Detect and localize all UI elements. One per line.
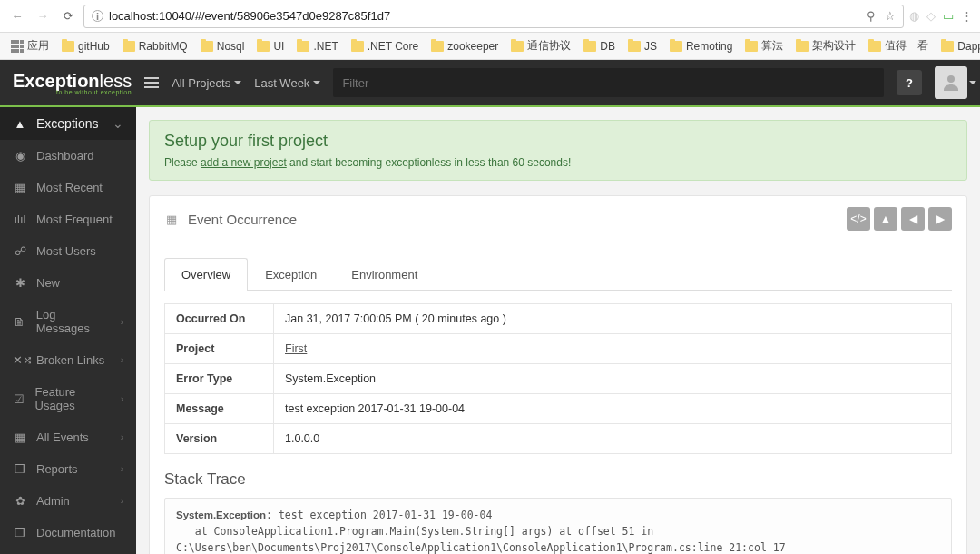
user-avatar[interactable]: [935, 66, 967, 99]
filter-input[interactable]: [333, 68, 884, 97]
table-row: ProjectFirst: [165, 334, 952, 364]
extensions: ◍ ◇ ▭ ⋮: [909, 9, 973, 23]
detail-value: System.Exception: [274, 364, 952, 394]
dashboard-icon: ◉: [13, 149, 27, 163]
folder-icon: [745, 41, 758, 52]
sidebar-item[interactable]: ☑Feature Usages›: [0, 376, 136, 421]
detail-key: Project: [165, 334, 274, 364]
detail-value: 1.0.0.0: [274, 424, 952, 454]
bookmark-item[interactable]: 值得一看: [865, 36, 932, 55]
folder-icon: [122, 41, 135, 52]
tab-overview[interactable]: Overview: [164, 258, 248, 291]
bookmark-item[interactable]: gitHub: [58, 38, 113, 54]
browser-toolbar: ← → ⟳ i localhost:10040/#/event/58906e35…: [0, 0, 980, 33]
calendar-icon: ▦: [13, 181, 27, 194]
bookmark-item[interactable]: JS: [624, 38, 661, 54]
sidebar-item[interactable]: ❒Documentation: [0, 517, 136, 549]
ext-icon-1[interactable]: ◍: [909, 9, 919, 23]
apps-button[interactable]: 应用: [7, 36, 53, 55]
menu-icon[interactable]: ⋮: [961, 9, 973, 23]
add-project-link[interactable]: add a new project: [201, 156, 287, 169]
app-topnav: Exceptionless to be without exception Al…: [0, 60, 980, 107]
panel-title: Event Occurrence: [188, 212, 297, 227]
sidebar-item[interactable]: ☍Most Users: [0, 235, 136, 267]
setup-banner: Setup your first project Please add a ne…: [149, 120, 967, 181]
ext-icon-3[interactable]: ▭: [943, 9, 954, 23]
bookmark-item[interactable]: Nosql: [197, 38, 249, 54]
sidebar-item[interactable]: ✕⤭Broken Links›: [0, 344, 136, 376]
bookmark-item[interactable]: RabbitMQ: [119, 38, 191, 54]
detail-key: Occurred On: [165, 304, 274, 334]
doc-icon: 🗎: [13, 315, 27, 329]
sidebar-heading-exceptions[interactable]: ▲ Exceptions ⌄: [0, 107, 136, 140]
content-area: Setup your first project Please add a ne…: [136, 107, 980, 554]
sidebar-item[interactable]: ılılMost Frequent: [0, 203, 136, 235]
brand-logo[interactable]: Exceptionless to be without exception: [13, 71, 132, 95]
tab-exception[interactable]: Exception: [248, 258, 334, 291]
prev-arrow-button[interactable]: ◀: [901, 207, 925, 231]
sidebar-item[interactable]: ▦All Events›: [0, 421, 136, 453]
folder-icon: [583, 41, 596, 52]
details-table: Occurred OnJan 31, 2017 7:00:05 PM ( 20 …: [164, 303, 952, 454]
folder-icon: [257, 41, 270, 52]
sidebar-item-label: All Events: [36, 430, 89, 444]
calendar-icon: ▦: [13, 430, 27, 444]
bookmark-item[interactable]: DB: [580, 38, 619, 54]
bookmark-item[interactable]: 通信协议: [507, 36, 574, 55]
bookmark-item[interactable]: 架构设计: [792, 36, 859, 55]
bookmark-star-icon[interactable]: ☆: [885, 9, 896, 23]
chevron-right-icon: ›: [121, 496, 123, 506]
detail-value: First: [274, 334, 952, 364]
back-button[interactable]: ←: [7, 6, 27, 26]
bookmark-item[interactable]: 算法: [741, 36, 787, 55]
link-icon: ✕⤭: [13, 353, 27, 367]
sidebar-item[interactable]: ❒Reports›: [0, 453, 136, 485]
ext-icon-2[interactable]: ◇: [926, 9, 936, 23]
stack-trace[interactable]: System.Exception: test exception 2017-01…: [164, 498, 952, 554]
svg-point-0: [947, 75, 955, 83]
bookmark-item[interactable]: .NET Core: [348, 38, 422, 54]
apps-icon: [11, 40, 24, 53]
sidebar-item[interactable]: ◉Dashboard: [0, 140, 136, 172]
bookmark-item[interactable]: zookeeper: [427, 38, 502, 54]
reload-button[interactable]: ⟳: [58, 6, 78, 26]
bookmark-item[interactable]: UI: [253, 38, 288, 54]
project-link[interactable]: First: [285, 342, 307, 355]
folder-icon: [941, 41, 954, 52]
up-button[interactable]: ▲: [874, 207, 897, 231]
chevron-right-icon: ›: [121, 394, 123, 404]
help-button[interactable]: ?: [897, 70, 922, 95]
banner-title: Setup your first project: [164, 132, 952, 151]
bookmark-item[interactable]: .NET: [293, 38, 341, 54]
next-arrow-button[interactable]: ▶: [928, 207, 952, 231]
detail-key: Error Type: [165, 364, 274, 394]
bookmark-item[interactable]: Remoting: [666, 38, 736, 54]
sidebar-item-label: Most Frequent: [36, 213, 113, 226]
chevron-down-icon: ⌄: [113, 116, 123, 131]
book2-icon: ❒: [13, 526, 27, 539]
sidebar-item[interactable]: ▦Most Recent: [0, 172, 136, 203]
detail-key: Message: [165, 394, 274, 424]
projects-dropdown[interactable]: All Projects: [172, 76, 241, 90]
gear-icon: ✿: [13, 494, 27, 508]
sidebar-item[interactable]: ✱New: [0, 267, 136, 299]
site-info-icon[interactable]: i: [92, 10, 103, 22]
bookmark-item[interactable]: Dapper: [937, 38, 980, 54]
folder-icon: [796, 41, 808, 52]
code-button[interactable]: </>: [847, 207, 870, 231]
location-icon[interactable]: ⚲: [867, 9, 876, 23]
folder-icon: [431, 41, 444, 52]
folder-icon: [297, 41, 309, 52]
sidebar-item[interactable]: 🗎Log Messages›: [0, 299, 136, 344]
daterange-dropdown[interactable]: Last Week: [254, 76, 320, 90]
folder-icon: [201, 41, 213, 52]
table-row: Error TypeSystem.Exception: [165, 364, 952, 394]
forward-button[interactable]: →: [33, 6, 53, 26]
banner-text: Please add a new project and start becom…: [164, 156, 952, 169]
event-panel: ▦ Event Occurrence </> ▲ ◀ ▶ OverviewExc…: [149, 195, 967, 554]
tab-environment[interactable]: Environment: [334, 258, 435, 291]
address-bar[interactable]: i localhost:10040/#/event/58906e3547d0e9…: [83, 5, 904, 28]
bookmarks-bar: 应用 gitHubRabbitMQNosqlUI.NET.NET Corezoo…: [0, 33, 980, 60]
sidebar-toggle[interactable]: [144, 77, 159, 88]
sidebar-item[interactable]: ✿Admin›: [0, 485, 136, 517]
